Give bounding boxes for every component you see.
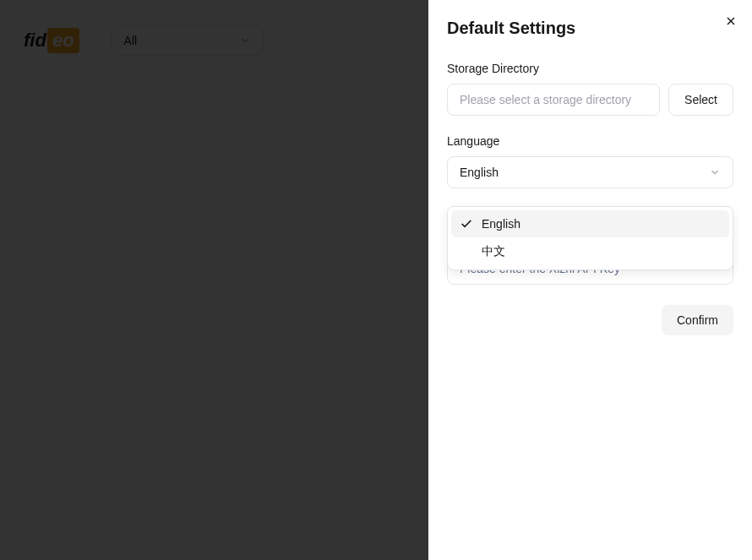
language-select-value: English	[460, 166, 499, 179]
language-select[interactable]: English	[447, 156, 733, 188]
check-icon	[460, 217, 473, 231]
confirm-button[interactable]: Confirm	[662, 305, 733, 335]
panel-title: Default Settings	[447, 19, 733, 38]
select-directory-button[interactable]: Select	[668, 84, 733, 116]
close-button[interactable]	[722, 13, 739, 30]
storage-field-group: Storage Directory Select	[447, 62, 733, 116]
confirm-row: Confirm	[447, 305, 733, 335]
storage-directory-input[interactable]	[447, 84, 660, 116]
language-option-english[interactable]: English	[451, 210, 729, 237]
language-option-chinese[interactable]: 中文	[451, 237, 729, 266]
language-option-label: 中文	[482, 244, 505, 259]
chevron-down-icon	[709, 166, 721, 178]
settings-panel: Default Settings Storage Directory Selec…	[428, 0, 752, 560]
language-option-label: English	[482, 217, 520, 231]
panel-content: Default Settings Storage Directory Selec…	[428, 0, 752, 354]
close-icon	[724, 14, 738, 28]
language-field-group: Language English	[447, 134, 733, 188]
storage-label: Storage Directory	[447, 62, 733, 75]
language-label: Language	[447, 134, 733, 148]
language-dropdown: English 中文	[447, 206, 733, 270]
modal-overlay[interactable]	[0, 0, 428, 560]
storage-row: Select	[447, 84, 733, 116]
